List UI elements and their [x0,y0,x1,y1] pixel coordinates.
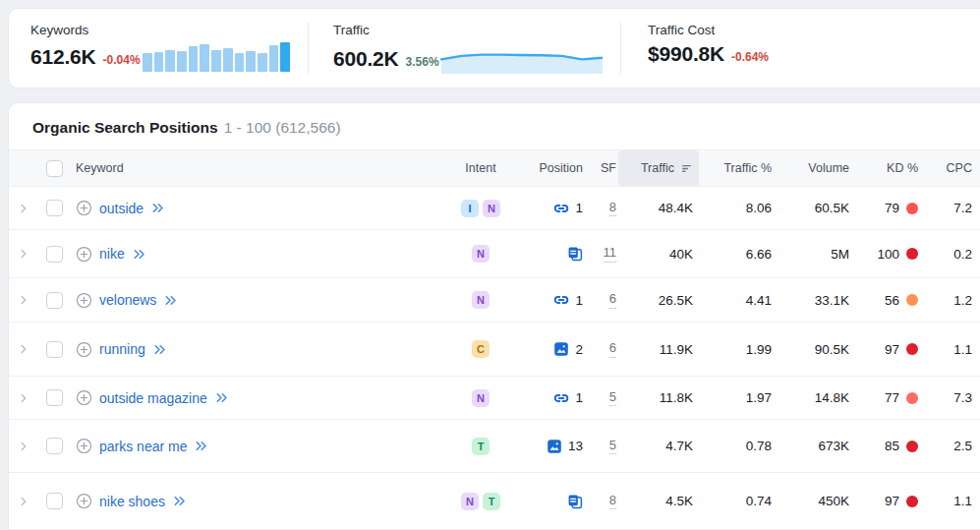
traffic-value: 600.2K [333,47,399,71]
cpc-value: 7.3 [920,390,980,405]
open-keyword-double-chevron-icon[interactable] [214,390,229,405]
open-keyword-double-chevron-icon[interactable] [152,342,167,357]
volume-value: 60.5K [778,201,855,215]
intent-badges: N [453,389,508,407]
expand-row-chevron-icon[interactable] [17,391,30,405]
table-title-row: Organic Search Positions1 - 100 (612,566… [9,103,980,149]
kd-difficulty-dot [906,248,918,260]
add-keyword-plus-icon[interactable] [76,292,92,309]
row-checkbox[interactable] [46,292,63,309]
header-traffic-sorted[interactable]: Traffic [618,150,699,186]
row-checkbox[interactable] [46,200,63,216]
table-result-range: 1 - 100 (612,566) [224,119,341,136]
traffic-pct-value: 0.74 [699,494,778,508]
kd-difficulty-dot [906,496,918,507]
keyword-link[interactable]: parks near me [99,439,187,454]
expand-row-chevron-icon[interactable] [17,440,30,453]
volume-value: 14.8K [778,390,855,405]
position-value: 1 [575,293,583,308]
table-row: nike N 11 40K 6.66 5M 100 0.2 [9,230,980,278]
traffic-metric-card[interactable]: Traffic 600.2K 3.56% [308,9,620,88]
add-keyword-plus-icon[interactable] [76,438,92,454]
keyword-link[interactable]: nike [99,246,125,262]
position-value: 13 [568,439,583,453]
open-keyword-double-chevron-icon[interactable] [172,494,187,508]
kd-value: 85 [885,439,899,453]
link-icon [553,292,569,308]
intent-badge-n: N [472,245,490,263]
add-keyword-plus-icon[interactable] [76,493,92,509]
open-keyword-double-chevron-icon[interactable] [163,293,178,308]
serp-features-count[interactable]: 6 [609,291,616,308]
serp-features-count[interactable]: 5 [609,389,616,406]
keywords-spark-bar [154,52,164,72]
header-sf[interactable]: SF [589,150,618,186]
keywords-spark-bar [143,53,152,72]
keyword-link[interactable]: outside magazine [99,390,207,406]
add-keyword-plus-icon[interactable] [76,246,92,263]
expand-row-chevron-icon[interactable] [17,342,30,356]
keyword-link[interactable]: nike shoes [99,494,165,509]
kd-difficulty-dot [906,392,918,404]
cpc-value: 1.2 [920,293,980,308]
expand-row-chevron-icon[interactable] [17,202,30,215]
traffic-sparkline-chart [439,44,603,76]
traffic-change: 3.56% [406,55,439,69]
keyword-link[interactable]: outside [99,201,144,216]
traffic-pct-value: 6.66 [699,247,778,262]
row-checkbox[interactable] [46,493,63,509]
expand-row-chevron-icon[interactable] [17,247,30,261]
header-intent[interactable]: Intent [453,150,508,186]
traffic-pct-value: 1.99 [699,342,778,357]
header-keyword[interactable]: Keyword [72,150,453,186]
header-cpc[interactable]: CPC [920,150,980,186]
traffic-pct-value: 8.06 [699,201,778,215]
traffic-cost-label: Traffic Cost [648,23,962,37]
traffic-cost-value: $990.8K [648,42,724,66]
serp-features-count[interactable]: 8 [609,200,616,216]
row-checkbox[interactable] [46,438,63,454]
table-row: outside magazine N 1 5 11.8K 1.97 14.8K … [9,377,980,420]
expand-row-chevron-icon[interactable] [17,293,30,307]
cpc-value: 2.5 [920,439,980,453]
traffic-pct-value: 1.97 [699,390,778,405]
traffic-cost-metric-card[interactable]: Traffic Cost $990.8K -0.64% [620,9,980,88]
header-kd[interactable]: KD % [855,150,920,186]
header-traffic-pct[interactable]: Traffic % [699,150,778,186]
intent-badges: T [453,438,508,455]
row-checkbox[interactable] [46,246,63,263]
serp-features-count[interactable]: 11 [604,245,617,262]
add-keyword-plus-icon[interactable] [76,389,92,406]
header-position[interactable]: Position [508,150,589,186]
serp-features-count[interactable]: 6 [609,340,616,357]
kd-value: 97 [885,494,899,508]
serp-features-count[interactable]: 8 [609,493,616,509]
cpc-value: 0.2 [920,247,980,262]
add-keyword-plus-icon[interactable] [76,341,92,358]
row-checkbox[interactable] [46,389,63,406]
keyword-link[interactable]: velonews [99,292,156,308]
kd-difficulty-dot [906,294,918,306]
open-keyword-double-chevron-icon[interactable] [150,201,165,215]
row-checkbox[interactable] [46,341,63,358]
keywords-metric-card[interactable]: Keywords 612.6K -0.04% [9,9,308,88]
keywords-sparkline-chart [143,42,290,72]
select-all-checkbox[interactable] [46,160,63,177]
pages-icon [567,494,583,509]
open-keyword-double-chevron-icon[interactable] [132,247,146,262]
domain-overview-summary-bar: Keywords 612.6K -0.04% Traffic 600.2K 3.… [8,8,980,88]
expand-row-chevron-icon[interactable] [17,495,30,508]
intent-badge-n: N [461,493,479,510]
pages-icon [567,246,583,262]
header-volume[interactable]: Volume [778,150,855,186]
traffic-value: 26.5K [618,293,699,308]
add-keyword-plus-icon[interactable] [76,200,92,216]
traffic-value: 40K [618,247,699,262]
open-keyword-double-chevron-icon[interactable] [194,439,208,453]
organic-search-positions-panel: Organic Search Positions1 - 100 (612,566… [8,102,980,530]
serp-features-count[interactable]: 5 [609,438,616,454]
image-pack-icon [553,341,569,357]
link-icon [553,201,569,216]
table-row: running C 2 6 11.9K 1.99 90.5K 97 1.1 [9,323,980,377]
keyword-link[interactable]: running [99,341,145,357]
